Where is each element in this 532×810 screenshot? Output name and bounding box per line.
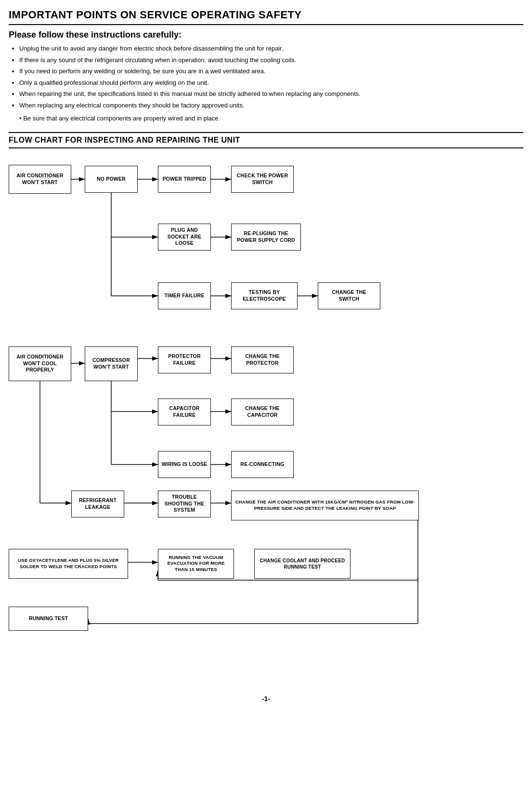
sub-title: Please follow these instructions careful…: [9, 30, 523, 40]
box-ac-wont-cool: AIR CONDITIONER WON'T COOL PROPERLY: [9, 346, 71, 381]
box-running-test: RUNNING TEST: [9, 607, 88, 631]
box-power-tripped: POWER TRIPPED: [158, 166, 211, 193]
box-change-protector: CHANGE THE PROTECTOR: [231, 346, 294, 373]
box-refrigerant-leakage: REFRIGERANT LEAKAGE: [71, 491, 124, 518]
box-protector-failure: PROTECTOR FAILURE: [158, 346, 211, 373]
box-use-oxyacetylene: USE OXYACETYLENE AND PLUS 5% SILVER SOLD…: [9, 549, 128, 579]
extra-instruction: • Be sure that any electrical components…: [19, 114, 523, 123]
section-title: FLOW CHART FOR INSPECTING AND REPAIRING …: [9, 132, 523, 148]
box-re-connecting: RE-CONNECTING: [231, 451, 294, 478]
instruction-item-3: If you need to perform any welding or so…: [19, 66, 523, 76]
instruction-list: Unplug the unit to avoid any danger from…: [9, 44, 523, 110]
box-ac-wont-start: AIR CONDITIONER WON'T START: [9, 165, 71, 194]
box-testing-electroscope: TESTING BY ELECTROSCOPE: [231, 282, 298, 309]
flowchart-container: AIR CONDITIONER WON'T START NO POWER POW…: [9, 156, 521, 686]
box-plug-loose: PLUG AND SOCKET ARE LOOSE: [158, 224, 211, 251]
instruction-item-1: Unplug the unit to avoid any danger from…: [19, 44, 523, 53]
box-change-coolant: CHANGE COOLANT AND PROCEED RUNNING TEST: [254, 549, 350, 579]
box-wiring-loose: WIRING IS LOOSE: [158, 451, 211, 478]
box-re-pluging: RE-PLUGING THE POWER SUPPLY CORD: [231, 224, 301, 251]
box-compressor-wont-start: COMPRESSOR WON'T START: [85, 346, 138, 381]
box-change-capacitor: CHANGE THE CAPACITOR: [231, 398, 294, 425]
instruction-item-4: Only a qualified professional should per…: [19, 78, 523, 88]
box-capacitor-failure: CAPACITOR FAILURE: [158, 398, 211, 425]
box-running-vacuum: RUNNING THE VACUUM EVACUATION FOR MORE T…: [158, 549, 234, 579]
box-timer-failure: TIMER FAILURE: [158, 282, 211, 309]
box-check-power-switch: CHECK THE POWER SWITCH: [231, 166, 294, 193]
main-title: IMPORTANT POINTS ON SERVICE OPERATING SA…: [9, 9, 523, 25]
instruction-item-2: If there is any sound of the refrigerant…: [19, 55, 523, 65]
box-trouble-shooting: TROUBLE SHOOTING THE SYSTEM: [158, 491, 211, 518]
box-change-air-conditioner: CHANGE THE AIR CONDITIONER WITH 15KG/CM²…: [231, 491, 419, 520]
instruction-item-5: When repairing the unit, the specificati…: [19, 89, 523, 99]
box-no-power: NO POWER: [85, 166, 138, 193]
box-change-switch: CHANGE THE SWITCH: [318, 282, 380, 309]
page-number: -1-: [9, 695, 523, 703]
instruction-item-6: When replacing any electrical components…: [19, 101, 523, 110]
